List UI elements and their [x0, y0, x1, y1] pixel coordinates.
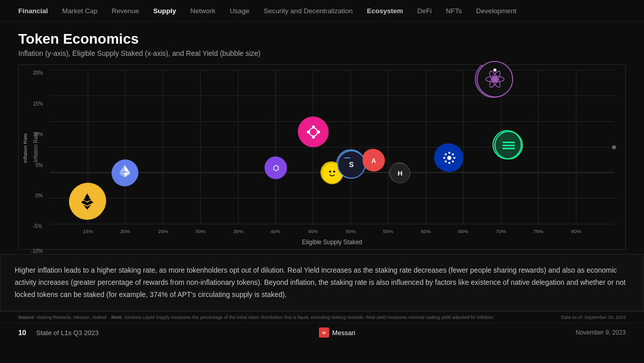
bubble-bnb: ⬡	[69, 183, 105, 220]
footer-bar: Source: Staking Rewards, Messari, Staked…	[0, 311, 644, 323]
bubble-lido: S	[337, 150, 366, 179]
svg-text:45%: 45%	[308, 228, 318, 234]
chart-svg: 15% 20% 25% 30% 35% 40% 45% 50% 55% 60% …	[19, 65, 625, 249]
svg-text:75%: 75%	[533, 228, 544, 234]
bubble-matic: ⬡	[265, 157, 287, 179]
bubble-atom	[477, 61, 513, 97]
y-tick-20: 20%	[33, 70, 43, 76]
svg-text:25%: 25%	[158, 228, 168, 234]
svg-point-69	[317, 130, 320, 134]
y-tick-0: 0%	[35, 193, 43, 199]
svg-point-85	[452, 160, 454, 162]
chart-subtitle: Inflation (y-axis), Eligible Supply Stak…	[18, 49, 626, 57]
bubble-eth	[112, 160, 138, 186]
svg-point-51	[612, 145, 616, 149]
svg-text:30%: 30%	[195, 228, 205, 234]
svg-point-72	[333, 171, 335, 173]
svg-text:50%: 50%	[346, 228, 356, 234]
footer-source-label: Source:	[18, 315, 35, 320]
y-tick-neg10: -10%	[31, 248, 43, 254]
chart-title: Token Economics	[18, 31, 626, 47]
svg-text:S: S	[349, 160, 353, 169]
top-navigation: Financial Market Cap Revenue Supply Netw…	[0, 0, 644, 22]
svg-point-78	[448, 152, 450, 154]
nav-revenue[interactable]: Revenue	[112, 5, 139, 17]
nav-network[interactable]: Network	[190, 5, 216, 17]
bubble-sol	[494, 131, 523, 159]
svg-text:55%: 55%	[383, 228, 393, 234]
main-content: Token Economics Inflation (y-axis), Elig…	[0, 22, 644, 254]
svg-rect-91	[503, 142, 515, 143]
svg-text:⬡: ⬡	[273, 164, 279, 172]
y-tick-5: 5%	[35, 162, 43, 168]
svg-text:Eligible Supply Staked: Eligible Supply Staked	[302, 239, 363, 246]
messari-logo: M Messari	[319, 327, 355, 338]
svg-point-65	[309, 128, 317, 136]
footer-source-text: Staking Rewards, Messari, Staked	[37, 315, 106, 320]
svg-point-84	[445, 160, 447, 162]
messari-icon: M	[319, 327, 329, 338]
svg-point-80	[443, 157, 445, 159]
svg-marker-59	[125, 165, 130, 173]
bubble-hbar: H	[390, 163, 410, 183]
bottom-left: 10 State of L1s Q3 2023	[18, 328, 98, 337]
description-box: Higher inflation leads to a higher staki…	[0, 254, 644, 311]
svg-point-71	[329, 171, 331, 173]
svg-text:H: H	[398, 170, 402, 177]
page-number: 10	[18, 328, 26, 337]
footer-note-text: Genesis Liquid Supply measures the perce…	[124, 315, 494, 320]
svg-text:35%: 35%	[233, 228, 243, 234]
description-text: Higher inflation leads to a higher staki…	[15, 265, 629, 301]
y-tick-15: 15%	[33, 101, 43, 107]
svg-rect-92	[503, 145, 515, 146]
report-title: State of L1s Q3 2023	[37, 329, 99, 337]
svg-text:⬡: ⬡	[84, 197, 90, 205]
bubble-arweave: A	[363, 149, 385, 172]
nav-market-cap[interactable]: Market Cap	[62, 5, 98, 17]
svg-point-83	[452, 153, 454, 155]
svg-text:A: A	[371, 157, 376, 164]
nav-usage[interactable]: Usage	[230, 5, 249, 17]
nav-supply[interactable]: Supply	[153, 5, 176, 17]
bottom-bar: 10 State of L1s Q3 2023 M Messari Novemb…	[0, 323, 644, 342]
y-tick-10: 10%	[33, 131, 43, 137]
y-tick-neg5: -5%	[33, 223, 42, 229]
svg-text:80%: 80%	[571, 228, 581, 234]
svg-marker-58	[119, 165, 125, 173]
svg-text:70%: 70%	[496, 228, 506, 234]
report-date: November 9, 2023	[576, 329, 626, 336]
svg-point-70	[326, 167, 338, 179]
svg-text:15%: 15%	[83, 228, 93, 234]
svg-text:40%: 40%	[271, 228, 281, 234]
footer-data-as-of: Data as of: September 30, 2023	[561, 315, 626, 320]
footer-source-area: Source: Staking Rewards, Messari, Staked…	[18, 315, 494, 320]
scatter-chart: Inflation Rate 20% 15% 10% 5% 0% -5% -10…	[18, 64, 626, 250]
y-axis: Inflation Rate	[19, 70, 49, 224]
nav-development[interactable]: Development	[476, 5, 517, 17]
svg-point-66	[312, 125, 315, 128]
footer-note-label: Note:	[112, 315, 123, 320]
nav-financial[interactable]: Financial	[18, 5, 48, 17]
svg-point-77	[447, 156, 451, 160]
svg-point-68	[307, 130, 310, 134]
bubble-ada	[435, 144, 463, 172]
svg-point-82	[445, 153, 447, 155]
svg-point-67	[312, 136, 315, 139]
svg-point-90	[493, 69, 496, 72]
svg-text:65%: 65%	[458, 228, 469, 234]
svg-point-81	[453, 157, 455, 159]
bubble-pink-token	[298, 117, 329, 147]
nav-nfts[interactable]: NFTs	[446, 5, 462, 17]
footer-source: Source: Staking Rewards, Messari, Staked…	[18, 315, 494, 320]
svg-text:60%: 60%	[421, 228, 431, 234]
svg-text:M: M	[323, 331, 326, 335]
messari-label: Messari	[332, 329, 355, 337]
svg-text:20%: 20%	[120, 228, 130, 234]
nav-security[interactable]: Security and Decentralization	[264, 5, 353, 17]
svg-rect-93	[503, 148, 515, 149]
nav-ecosystem[interactable]: Ecosystem	[367, 5, 403, 17]
svg-rect-74	[344, 157, 350, 158]
nav-defi[interactable]: DeFi	[417, 5, 432, 17]
svg-point-79	[448, 162, 450, 164]
